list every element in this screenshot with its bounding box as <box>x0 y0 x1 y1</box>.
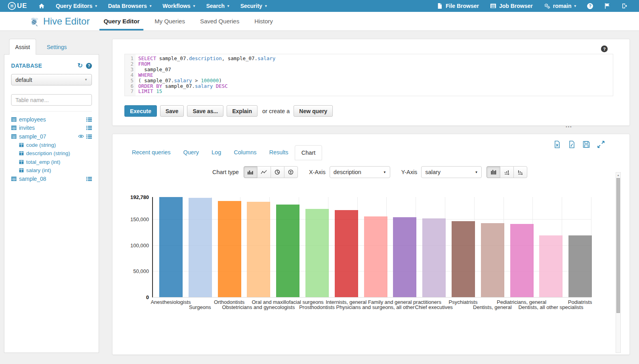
menu-data-browsers[interactable]: Data Browsers ▾ <box>103 0 157 12</box>
tab-history[interactable]: History <box>250 12 277 30</box>
chart-type-map-button[interactable] <box>284 166 298 178</box>
hue-logo[interactable]: H ue <box>8 2 27 10</box>
tab-settings[interactable]: Settings <box>47 44 67 55</box>
x-axis-select[interactable]: description ▼ <box>330 166 390 178</box>
code-line[interactable]: ( sample_07.salary > 100000) <box>138 78 275 83</box>
x-axis-category-label: Prosthodontists <box>299 304 335 310</box>
y-axis-select[interactable]: salary ▼ <box>421 166 482 178</box>
feedback-button[interactable] <box>599 0 616 12</box>
scrollbar-thumb[interactable] <box>616 178 620 313</box>
sort-ascending-button[interactable] <box>500 166 514 178</box>
tab-query[interactable]: Query <box>177 145 206 160</box>
chart-bar[interactable] <box>218 201 241 297</box>
tab-columns[interactable]: Columns <box>227 145 263 160</box>
panel-resize-handle[interactable]: ••• <box>566 125 572 129</box>
export-csv-icon[interactable] <box>568 140 576 148</box>
chart-bar[interactable] <box>276 205 299 297</box>
save-as-button[interactable]: Save as... <box>187 105 223 117</box>
tab-log[interactable]: Log <box>205 145 227 160</box>
chart-type-group <box>244 166 298 178</box>
editor-code[interactable]: SELECT sample_07.description, sample_07.… <box>135 54 275 96</box>
new-query-button[interactable]: New query <box>294 105 333 117</box>
code-line[interactable]: SELECT sample_07.description, sample_07.… <box>138 56 275 61</box>
save-button[interactable]: Save <box>160 105 184 117</box>
code-line[interactable]: sample_07 <box>138 67 275 72</box>
chart-bar[interactable] <box>364 216 387 297</box>
scrollbar-up-arrow[interactable]: ▲ <box>616 173 620 177</box>
tab-chart[interactable]: Chart <box>295 145 322 160</box>
chart-bar[interactable] <box>335 210 358 297</box>
refresh-icon[interactable]: ↻ <box>78 63 83 68</box>
tab-saved-queries[interactable]: Saved Queries <box>196 12 243 30</box>
tab-my-queries[interactable]: My Queries <box>151 12 189 30</box>
file-browser-button[interactable]: File Browser <box>431 0 484 12</box>
table-filter-input[interactable] <box>11 94 92 106</box>
tab-recent-queries[interactable]: Recent queries <box>126 145 177 160</box>
sort-none-button[interactable] <box>486 166 500 178</box>
database-help-icon[interactable]: ? <box>86 63 92 69</box>
table-menu-icon[interactable] <box>86 134 92 139</box>
results-scrollbar[interactable]: ▲ <box>616 172 621 353</box>
y-axis-tick-label: 150,000 <box>130 216 153 222</box>
column-row-salary[interactable]: salary (int) <box>11 166 92 175</box>
code-line[interactable]: WHERE <box>138 72 275 78</box>
export-xls-icon[interactable] <box>553 140 561 148</box>
chart-type-bars-button[interactable] <box>244 166 258 178</box>
table-row-sample-07[interactable]: sample_07 <box>11 132 92 141</box>
sql-editor[interactable]: 1234567 SELECT sample_07.description, sa… <box>124 54 613 96</box>
chart-bar[interactable] <box>247 202 270 297</box>
table-menu-icon[interactable] <box>86 117 92 122</box>
chart-bar[interactable] <box>189 198 212 297</box>
column-row-total-emp[interactable]: total_emp (int) <box>11 158 92 167</box>
chart-type-pie-button[interactable] <box>271 166 284 178</box>
explain-button[interactable]: Explain <box>227 105 258 117</box>
editor-help-icon[interactable]: ? <box>601 46 608 52</box>
code-line[interactable]: LIMIT 15 <box>138 89 275 94</box>
sign-out-button[interactable] <box>616 0 633 12</box>
job-browser-button[interactable]: Job Browser <box>484 0 538 12</box>
menu-security[interactable]: Security ▾ <box>235 0 273 12</box>
app-tabs: Query Editor My Queries Saved Queries Hi… <box>96 12 280 30</box>
chart-type-line-button[interactable] <box>257 166 271 178</box>
chart-bar[interactable] <box>568 235 592 297</box>
chart-bar[interactable] <box>539 235 563 297</box>
chart-bar[interactable] <box>422 218 446 297</box>
sort-descending-button[interactable] <box>513 166 527 178</box>
execute-button[interactable]: Execute <box>124 105 157 117</box>
assist-panel: DATABASE ↻ ? default ▼ employees inv <box>4 54 99 353</box>
app-title[interactable]: Hive Editor <box>29 12 90 30</box>
table-menu-icon[interactable] <box>86 176 92 181</box>
query-editor-panel: ? 1234567 SELECT sample_07.description, … <box>112 39 630 126</box>
tab-assist[interactable]: Assist <box>9 39 36 55</box>
menu-search[interactable]: Search ▾ <box>200 0 235 12</box>
preview-eye-icon[interactable] <box>78 134 84 138</box>
home-button[interactable] <box>33 0 50 12</box>
x-axis-category-label: Dentists, all other specialists <box>518 304 583 310</box>
chart-bar[interactable] <box>510 224 534 297</box>
column-row-code[interactable]: code (string) <box>11 141 92 150</box>
code-line[interactable]: FROM <box>138 61 275 67</box>
code-line[interactable]: ORDER BY sample_07.salary DESC <box>138 83 275 89</box>
database-select[interactable]: default ▼ <box>11 74 92 85</box>
tab-results[interactable]: Results <box>263 145 294 160</box>
table-menu-icon[interactable] <box>86 125 92 130</box>
chart-bar[interactable] <box>452 221 475 297</box>
table-row-employees[interactable]: employees <box>11 115 92 124</box>
column-row-description[interactable]: description (string) <box>11 149 92 158</box>
chart-bar[interactable] <box>393 217 416 297</box>
chart-bar[interactable] <box>481 223 504 297</box>
user-menu[interactable]: romain ▾ <box>538 0 582 12</box>
menu-workflows[interactable]: Workflows ▾ <box>157 0 200 12</box>
expand-icon[interactable] <box>597 140 605 148</box>
tab-query-editor[interactable]: Query Editor <box>99 12 143 30</box>
chart-bar[interactable] <box>159 197 183 297</box>
chevron-down-icon: ▼ <box>475 171 478 174</box>
table-row-sample-08[interactable]: sample_08 <box>11 175 92 184</box>
help-button[interactable]: ? <box>582 0 599 12</box>
sidebar-divider <box>11 111 92 112</box>
menu-query-editors[interactable]: Query Editors ▾ <box>50 0 103 12</box>
table-row-invites[interactable]: invites <box>11 124 92 133</box>
chart-bar[interactable] <box>305 209 329 297</box>
chart-type-label: Chart type <box>212 169 239 175</box>
save-results-icon[interactable] <box>582 140 590 148</box>
